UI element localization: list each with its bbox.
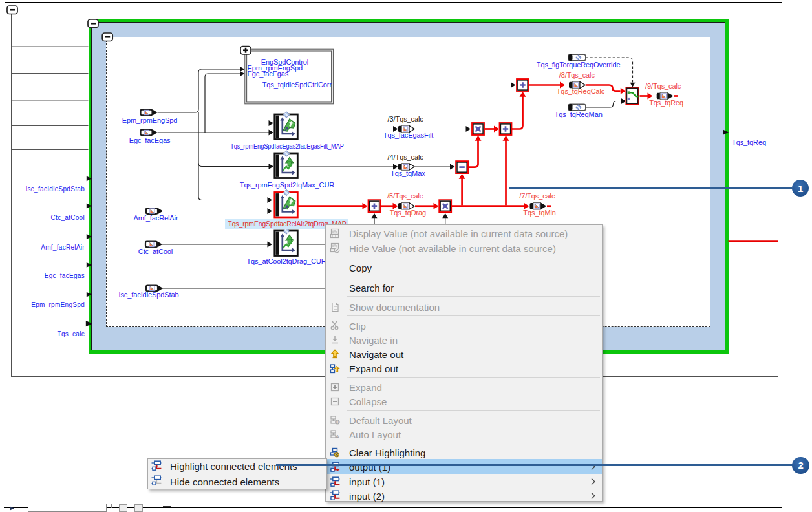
svg-text:D: D [336,420,339,424]
svg-text:A: A [336,434,339,440]
